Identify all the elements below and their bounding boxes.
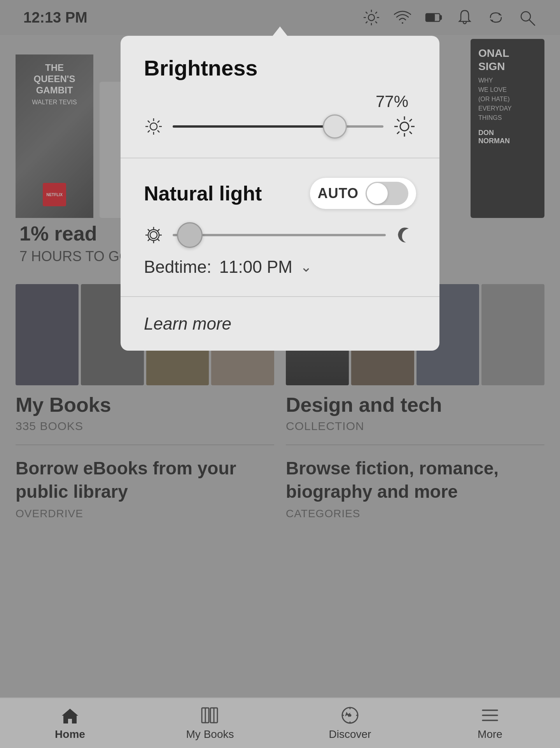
bedtime-label: Bedtime:	[144, 257, 212, 277]
learn-more-link[interactable]: Learn more	[144, 314, 231, 333]
sun-natural-icon	[144, 225, 163, 245]
natural-light-toggle[interactable]: AUTO	[310, 178, 416, 209]
learn-more-section: Learn more	[121, 297, 439, 351]
svg-line-29	[158, 130, 159, 132]
sun-large-icon	[393, 115, 416, 138]
svg-line-38	[410, 132, 412, 134]
brightness-percent: 77%	[144, 92, 416, 111]
bedtime-time: 11:00 PM	[219, 257, 292, 277]
brightness-slider-thumb[interactable]	[323, 114, 347, 139]
natural-slider-thumb[interactable]	[177, 222, 203, 248]
svg-point-32	[400, 122, 409, 131]
svg-line-31	[148, 130, 150, 132]
natural-light-row: Natural light AUTO	[144, 178, 416, 209]
natural-light-label: Natural light	[144, 182, 262, 205]
brightness-section: Brightness 77%	[121, 36, 439, 158]
svg-line-37	[397, 119, 399, 121]
natural-light-slider[interactable]	[173, 234, 386, 236]
svg-line-39	[410, 119, 412, 121]
natural-light-section: Natural light AUTO	[121, 158, 439, 297]
svg-line-40	[397, 132, 399, 134]
toggle-auto-label: AUTO	[318, 185, 359, 202]
sun-small-icon	[144, 117, 163, 136]
panel-pointer	[271, 26, 289, 37]
svg-point-23	[150, 123, 157, 130]
bedtime-row[interactable]: Bedtime: 11:00 PM ⌄	[144, 257, 416, 277]
toggle-knob	[367, 183, 388, 204]
brightness-slider-row	[144, 115, 416, 138]
bedtime-chevron-icon: ⌄	[300, 259, 312, 275]
svg-point-41	[150, 232, 157, 239]
toggle-switch[interactable]	[366, 182, 408, 205]
moon-icon	[395, 225, 416, 246]
brightness-slider[interactable]	[173, 125, 383, 128]
brightness-title: Brightness	[144, 55, 416, 81]
brightness-panel: Brightness 77%	[121, 36, 439, 351]
natural-light-slider-row	[144, 225, 416, 246]
svg-line-28	[148, 121, 150, 123]
svg-line-30	[158, 121, 159, 123]
